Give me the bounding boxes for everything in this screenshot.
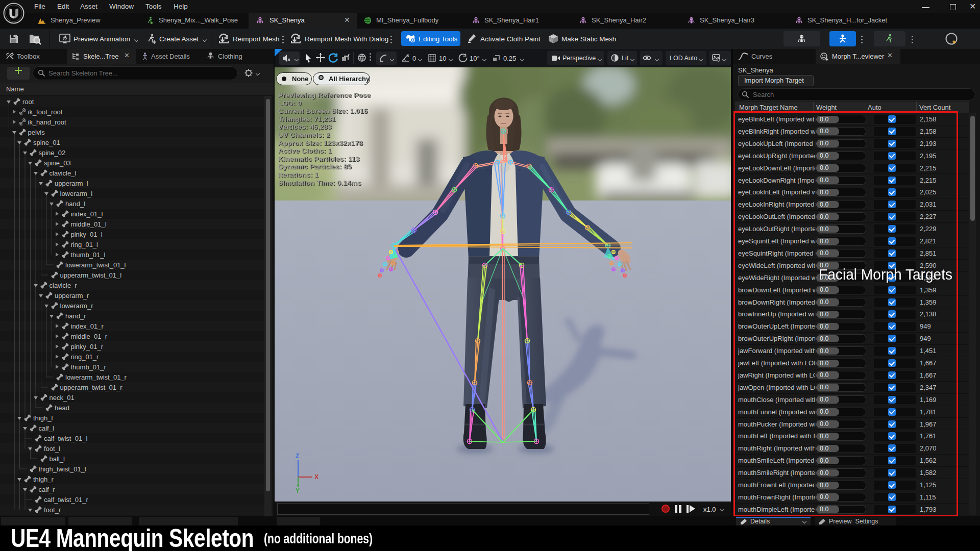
svg-text:X: X bbox=[314, 473, 318, 481]
svg-text:Y: Y bbox=[296, 487, 300, 494]
svg-text:Z: Z bbox=[296, 453, 299, 460]
